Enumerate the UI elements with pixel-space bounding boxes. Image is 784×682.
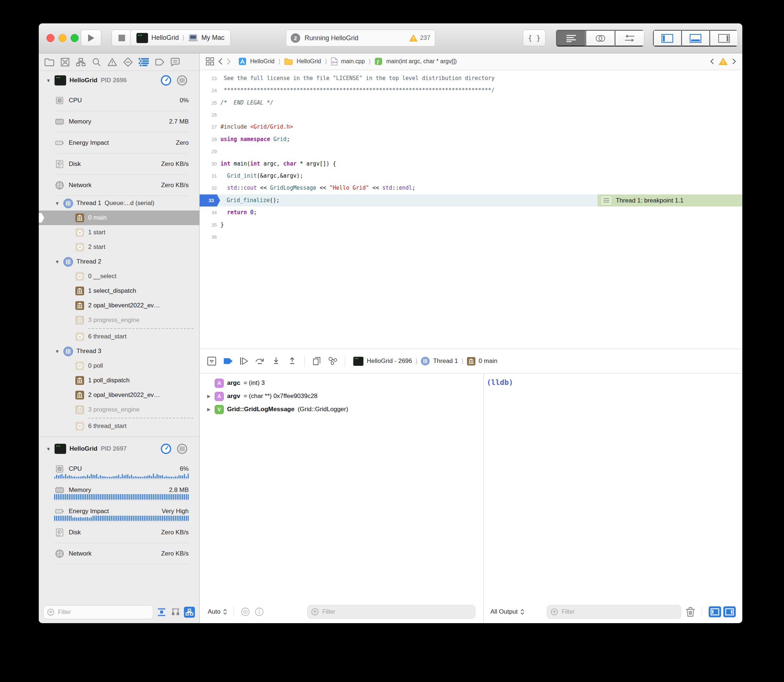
hide-debug-area-button[interactable] <box>205 354 219 368</box>
toggle-navigator-button[interactable] <box>653 30 681 46</box>
stack-frame-row[interactable]: 2 opal_libevent2022_ev… <box>39 298 199 313</box>
line-number[interactable]: 27 <box>200 121 220 133</box>
jumpbar-project[interactable]: HelloGrid <box>250 58 275 65</box>
line-number[interactable]: 34 <box>200 207 220 218</box>
stack-frame-row[interactable]: 2 opal_libevent2022_ev… <box>39 388 199 402</box>
tab-test-navigator[interactable] <box>123 57 134 68</box>
gauge-row[interactable]: CPU 6% <box>39 458 199 480</box>
clear-console-button[interactable] <box>686 607 695 617</box>
scheme-selector[interactable]: HelloGrid ⟩ My Mac <box>130 30 231 46</box>
code-text[interactable]: Grid_finalize(); <box>220 194 280 207</box>
gauge-button-icon[interactable] <box>161 443 171 454</box>
run-button[interactable] <box>81 30 101 46</box>
stack-frame-row[interactable]: 1 start <box>39 225 199 240</box>
gauge-row[interactable]: Energy Impact Very High <box>39 501 199 522</box>
disclosure-triangle-icon[interactable]: ▼ <box>55 201 60 206</box>
code-text[interactable]: using namespace Grid; <box>220 134 290 145</box>
line-number[interactable]: 28 <box>200 134 220 145</box>
close-window-button[interactable] <box>46 34 54 42</box>
debug-crumb-process[interactable]: HelloGrid - 2696 <box>367 357 412 365</box>
stack-frame-row[interactable]: 2 start <box>39 240 199 254</box>
tab-issue-navigator[interactable] <box>107 57 118 68</box>
disclosure-triangle-icon[interactable]: ▼ <box>46 446 51 452</box>
stack-frame-row[interactable]: 0 __select <box>39 269 199 284</box>
code-text[interactable]: See the full license in the file "LICENS… <box>220 72 495 84</box>
code-snippets-button[interactable]: { } <box>523 30 546 46</box>
variable-row[interactable]: ▶ V Grid::GridLogMessage (Grid::GridLogg… <box>200 403 484 416</box>
gauge-row[interactable]: Memory 2.8 MB <box>39 480 199 501</box>
stop-button[interactable] <box>112 30 132 46</box>
process-row[interactable]: ▼ HelloGrid PID 2696 <box>39 71 199 90</box>
source-editor[interactable]: 23 See the full license in the file "LIC… <box>200 70 742 349</box>
related-items-icon[interactable] <box>206 57 214 66</box>
tab-debug-navigator[interactable] <box>138 57 149 68</box>
code-text[interactable]: Grid_init(&argc,&argv); <box>220 170 303 182</box>
code-text[interactable]: ****************************************… <box>220 84 495 97</box>
jumpbar-group[interactable]: HelloGrid <box>297 58 321 65</box>
thread-row[interactable]: ▼ Thread 3 <box>39 344 199 359</box>
step-into-button[interactable] <box>269 354 283 368</box>
console-view[interactable]: (lldb) <box>484 373 742 601</box>
line-number[interactable]: 29 <box>200 145 220 158</box>
jumpbar-symbol[interactable]: main(int argc, char * argv[]) <box>386 58 457 65</box>
filter-crashed-threads-button[interactable] <box>170 607 181 618</box>
warning-icon[interactable] <box>719 57 728 65</box>
stack-frame-row[interactable]: 1 select_dispatch <box>39 284 199 298</box>
line-number[interactable]: 30 <box>200 158 220 170</box>
jumpbar-file[interactable]: main.cpp <box>341 58 365 65</box>
navigator-filter-field[interactable] <box>43 605 153 619</box>
debug-crumb-thread[interactable]: Thread 1 <box>433 357 458 365</box>
line-number[interactable]: 35 <box>200 219 220 231</box>
breakpoints-toggle-button[interactable] <box>221 354 235 368</box>
code-text[interactable]: std::cout << GridLogMessage << "Hello Gr… <box>220 182 415 194</box>
line-number[interactable]: 24 <box>200 84 220 97</box>
line-number[interactable]: 23 <box>200 72 220 84</box>
next-issue-icon[interactable] <box>732 58 736 65</box>
activity-count-badge[interactable]: 2 <box>291 33 300 43</box>
toggle-inspectors-button[interactable] <box>709 30 738 46</box>
toggle-variables-view-button[interactable] <box>709 606 721 617</box>
line-number[interactable]: 31 <box>200 170 220 182</box>
line-number[interactable]: 26 <box>200 109 220 121</box>
assistant-editor-button[interactable] <box>586 30 615 46</box>
activity-view[interactable]: 2 Running HelloGrid 237 <box>286 30 435 46</box>
console-filter-field[interactable] <box>547 605 681 619</box>
gauge-row[interactable]: Network Zero KB/s <box>39 175 199 196</box>
gauge-row[interactable]: Disk Zero KB/s <box>39 522 199 543</box>
version-editor-button[interactable] <box>615 30 644 46</box>
memory-graph-button[interactable] <box>326 354 340 368</box>
console-output-popup[interactable]: All Output <box>490 608 524 615</box>
breakpoint-annotation[interactable]: Thread 1: breakpoint 1.1 <box>597 194 742 207</box>
disclosure-triangle-icon[interactable]: ▼ <box>55 349 60 354</box>
tab-breakpoint-navigator[interactable] <box>154 57 165 68</box>
step-out-button[interactable] <box>285 354 299 368</box>
variables-scope-popup[interactable]: Auto <box>208 608 227 615</box>
variables-filter-input[interactable] <box>321 608 471 615</box>
tab-report-navigator[interactable] <box>170 57 180 68</box>
breakpoint-arrow[interactable]: 33 <box>200 194 220 207</box>
thread-columns-button-icon[interactable] <box>177 75 188 86</box>
warning-counter[interactable]: 237 <box>409 34 430 41</box>
disclosure-triangle-icon[interactable]: ▼ <box>55 259 60 265</box>
stack-frame-row[interactable]: 6 thread_start <box>39 419 199 433</box>
variables-view[interactable]: A argc = (int) 3 ▶ A argv = (char **) 0x… <box>200 373 484 601</box>
process-row[interactable]: ▼ HelloGrid PID 2697 <box>39 439 199 458</box>
code-text[interactable]: } <box>220 219 224 231</box>
tab-symbol-navigator[interactable] <box>75 57 86 68</box>
code-text[interactable]: int main(int argc, char * argv[]) { <box>220 158 336 170</box>
code-text[interactable]: /* END LEGAL */ <box>220 97 273 109</box>
debug-annotation-icon[interactable] <box>600 196 612 206</box>
code-text[interactable]: return 0; <box>220 207 257 218</box>
standard-editor-button[interactable] <box>556 30 586 46</box>
tab-project-navigator[interactable] <box>44 57 55 68</box>
variable-row[interactable]: A argc = (int) 3 <box>200 376 484 390</box>
stack-frame-row[interactable]: 0 main <box>39 210 199 225</box>
zoom-window-button[interactable] <box>70 34 78 42</box>
gauge-row[interactable]: CPU 0% <box>39 90 199 111</box>
quicklook-button[interactable] <box>241 607 250 617</box>
previous-issue-icon[interactable] <box>710 58 714 65</box>
toggle-debug-area-button[interactable] <box>681 30 709 46</box>
continue-button[interactable] <box>237 354 251 368</box>
stack-frame-row[interactable]: 0 poll <box>39 359 199 373</box>
disclosure-triangle-icon[interactable]: ▼ <box>46 78 51 83</box>
